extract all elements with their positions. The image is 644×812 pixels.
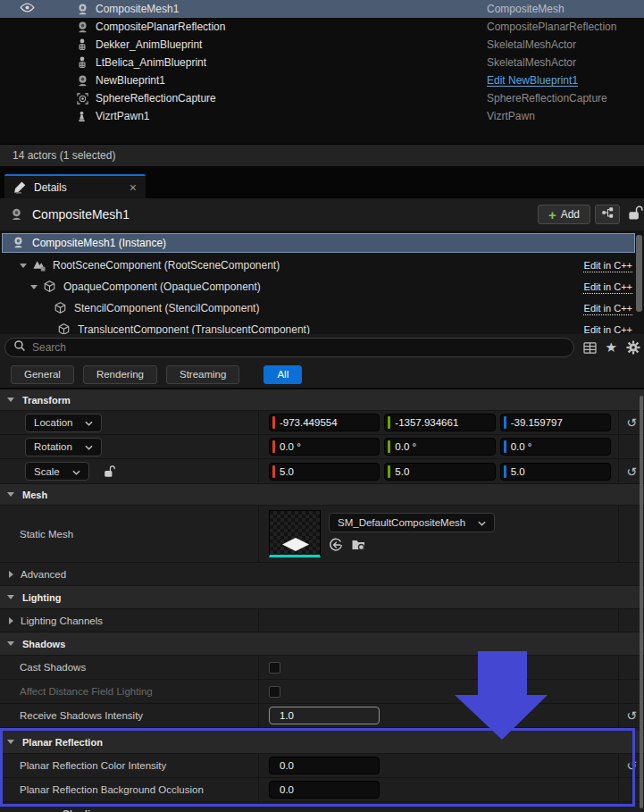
mesh-cube-icon: [54, 301, 69, 315]
property-row-location: Location -973.449554 -1357.934661 -39.15…: [0, 411, 644, 435]
planar-background-occlusion-input[interactable]: 0.0: [269, 781, 380, 799]
search-box[interactable]: [4, 338, 574, 357]
component-row-stencil[interactable]: StencilComponent (StencilComponent) Edit…: [0, 297, 644, 319]
location-mode-dropdown[interactable]: Location: [25, 414, 102, 432]
receive-shadows-intensity-input[interactable]: 1.0: [269, 707, 380, 724]
actor-name: Dekker_AnimBlueprint: [96, 38, 487, 51]
reset-to-default-icon[interactable]: ↺: [626, 759, 637, 772]
use-selected-asset-icon[interactable]: [329, 538, 343, 556]
section-header-shadows[interactable]: Shadows: [0, 632, 644, 656]
edit-in-cpp-link[interactable]: Edit in C++: [584, 260, 632, 271]
outliner-row-ltbelica[interactable]: LtBelica_AnimBlueprint SkeletalMeshActor: [0, 54, 644, 71]
reset-to-default-icon[interactable]: ↺: [626, 465, 637, 478]
rotation-x-input[interactable]: 0.0 °: [269, 438, 380, 456]
details-header: CompositeMesh1 + Add: [0, 198, 644, 230]
skeletal-mesh-icon: [76, 55, 91, 70]
scale-lock-open-icon[interactable]: [104, 465, 115, 478]
cast-shadows-checkbox[interactable]: [269, 662, 280, 674]
outliner-row-dekker[interactable]: Dekker_AnimBlueprint SkeletalMeshActor: [0, 36, 644, 54]
affect-distance-field-checkbox[interactable]: [269, 686, 280, 698]
chevron-down-icon: [72, 466, 80, 477]
rotation-z-input[interactable]: 0.0 °: [500, 438, 611, 456]
outliner-row-vizrtpawn1[interactable]: VizrtPawn1 VizrtPawn: [0, 107, 644, 125]
location-y-input[interactable]: -1357.934661: [384, 414, 495, 431]
plus-icon: +: [548, 208, 556, 222]
scale-y-input[interactable]: 5.0: [384, 463, 495, 481]
section-header-planar-reflection[interactable]: Planar Reflection: [0, 731, 644, 754]
tab-details[interactable]: Details ×: [4, 174, 146, 198]
edit-blueprint-link[interactable]: Edit NewBlueprint1: [487, 74, 578, 87]
collapse-arrow-icon: [7, 641, 14, 646]
details-scrollbar[interactable]: [640, 396, 643, 808]
camera-actor-icon: [9, 207, 24, 222]
reset-to-default-icon[interactable]: ↺: [626, 709, 637, 722]
blueprint-edit-button[interactable]: [595, 205, 620, 224]
display-settings-icon[interactable]: [583, 342, 597, 354]
browse-to-asset-icon[interactable]: [351, 538, 366, 556]
clipped-next-section: Shading: [0, 802, 644, 812]
filter-rendering-button[interactable]: Rendering: [83, 365, 157, 384]
property-label: Lighting Channels: [21, 615, 103, 626]
scale-z-input[interactable]: 5.0: [500, 463, 611, 481]
property-row-static-mesh: Static Mesh SM_DefaultCompositeMesh: [0, 506, 644, 563]
component-row-rootscene[interactable]: RootSceneComponent (RootSceneComponent) …: [0, 255, 644, 276]
search-input[interactable]: [32, 341, 565, 354]
unreal-editor-window: CompositeMesh1 CompositeMesh CompositePl…: [0, 0, 644, 812]
favorites-star-icon[interactable]: ★: [606, 339, 617, 356]
rotation-mode-dropdown[interactable]: Rotation: [25, 438, 102, 456]
component-tree-scrollbar[interactable]: [636, 235, 642, 312]
component-row-instance[interactable]: CompositeMesh1 (Instance): [2, 233, 635, 253]
close-icon[interactable]: ×: [130, 181, 137, 194]
rotation-y-input[interactable]: 0.0 °: [384, 438, 495, 456]
expander-arrow-icon[interactable]: [30, 285, 38, 289]
filter-general-button[interactable]: General: [11, 365, 74, 384]
expander-arrow-icon: [9, 571, 13, 578]
actor-type: SphereReflectionCapture: [487, 92, 644, 105]
outliner-row-newblueprint1[interactable]: NewBlueprint1 Edit NewBlueprint1: [0, 71, 644, 89]
actor-name: SphereReflectionCapture: [96, 92, 487, 105]
section-title: Lighting: [22, 592, 61, 603]
outliner-row-compositemesh1[interactable]: CompositeMesh1 CompositeMesh: [0, 0, 644, 18]
component-row-opaque[interactable]: OpaqueComponent (OpaqueComponent) Edit i…: [0, 276, 644, 297]
panel-tab-bar: Details ×: [0, 166, 644, 198]
camera-actor-icon: [12, 236, 27, 250]
section-header-mesh[interactable]: Mesh: [0, 484, 644, 506]
actor-type: SkeletalMeshActor: [487, 56, 644, 69]
filter-all-button[interactable]: All: [263, 365, 302, 384]
property-label: Planar Reflection Background Occlusion: [0, 778, 259, 801]
actor-name: LtBelica_AnimBlueprint: [96, 56, 487, 69]
add-component-button[interactable]: + Add: [538, 205, 590, 224]
filter-streaming-button[interactable]: Streaming: [166, 365, 239, 384]
scale-mode-dropdown[interactable]: Scale: [25, 462, 89, 481]
outliner-row-compositeplanarreflection[interactable]: CompositePlanarReflection CompositePlana…: [0, 18, 644, 36]
edit-in-cpp-link[interactable]: Edit in C++: [584, 324, 632, 334]
property-label: Affect Distance Field Lighting: [0, 680, 259, 703]
actor-name: CompositePlanarReflection: [96, 21, 487, 33]
outliner-row-spherereflectioncapture[interactable]: SphereReflectionCapture SphereReflection…: [0, 89, 644, 107]
mesh-cube-icon: [43, 280, 58, 294]
lock-icon[interactable]: [626, 205, 644, 224]
component-row-translucent[interactable]: TranslucentComponent (TranslucentCompone…: [0, 319, 644, 334]
actor-count-text: 14 actors (1 selected): [13, 149, 115, 162]
advanced-expander-row[interactable]: Advanced: [0, 563, 644, 586]
visibility-eye-icon[interactable]: [20, 3, 35, 15]
axis-y-bar: [388, 465, 390, 478]
actor-name: VizrtPawn1: [96, 110, 487, 122]
component-name: TranslucentComponent (TranslucentCompone…: [78, 323, 310, 334]
static-mesh-dropdown[interactable]: SM_DefaultCompositeMesh: [329, 513, 495, 532]
property-row-lighting-channels[interactable]: Lighting Channels: [0, 609, 644, 632]
expander-arrow-icon[interactable]: [20, 264, 27, 268]
planar-color-intensity-input[interactable]: 0.0: [269, 757, 380, 774]
location-z-input[interactable]: -39.159797: [500, 414, 611, 431]
reset-to-default-icon[interactable]: ↺: [626, 416, 637, 429]
static-mesh-thumbnail[interactable]: [269, 510, 321, 557]
camera-actor-icon: [76, 2, 91, 16]
section-header-transform[interactable]: Transform: [0, 389, 644, 411]
gear-icon[interactable]: [626, 340, 640, 355]
edit-in-cpp-link[interactable]: Edit in C++: [584, 281, 632, 292]
scale-x-input[interactable]: 5.0: [269, 463, 380, 481]
section-header-lighting[interactable]: Lighting: [0, 586, 644, 609]
location-x-input[interactable]: -973.449554: [269, 414, 380, 431]
skeletal-mesh-icon: [76, 38, 91, 52]
edit-in-cpp-link[interactable]: Edit in C++: [584, 303, 632, 314]
